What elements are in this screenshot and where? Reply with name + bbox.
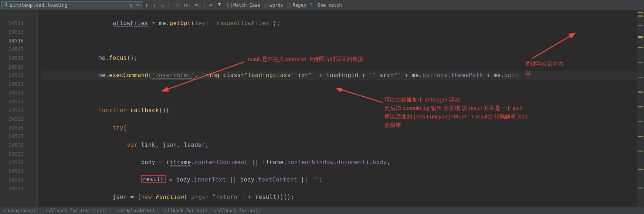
code-line: me.execCommand('inserthtml', '<img class… [41,71,644,80]
line-number: 24529 [0,150,24,159]
code-line: allowFiles = me.getOpt(key: 'imageAllowF… [41,19,644,28]
search-history-icon[interactable]: ↻ [128,2,133,8]
keyword: new [141,194,152,200]
words-checkbox[interactable]: Words [264,3,283,8]
match-count: One match [318,3,342,8]
select-all-occurrences-button[interactable]: ⊓⊓ [182,1,191,8]
separator [204,2,205,8]
separator [168,2,169,8]
code-line: result = body.innerText || body.textCont… [41,176,644,184]
string: "return " [209,194,244,200]
code-line: body = (iframe.contentDocument || iframe… [41,158,644,167]
search-icon [3,2,8,8]
toggle-selection-button[interactable]: ⊠⊓ [193,1,203,8]
clear-search-icon[interactable]: ✕ [135,2,140,8]
line-number: 24518 [0,54,24,63]
breadcrumb-item[interactable]: callback for register() [46,208,107,213]
code-area[interactable]: allowFiles = me.getOpt(key: 'imageAllowF… [38,10,644,207]
line-number: 24524 [0,106,24,115]
svg-line-1 [6,5,7,6]
search-input[interactable] [10,2,127,8]
line-number: 24526 [0,124,24,132]
code-line: me.focus(); [41,54,644,63]
search-field-wrapper: ↻ ✕ [1,1,142,9]
breadcrumb-item[interactable]: callback for on() [215,208,260,213]
text: link, json, loader, [138,142,209,148]
line-number: 24522 [0,89,24,97]
text: result [143,176,164,183]
breadcrumb-item[interactable]: initUploadBtn() [115,208,155,213]
keyword: try [113,124,123,131]
hint: args: [191,194,209,200]
code-line: function callback(){ [41,106,644,115]
next-match-button[interactable]: ↓ [152,1,158,8]
svg-point-0 [4,3,7,5]
editor-minimap[interactable] [637,10,644,207]
string: 'inserthtml' [152,72,195,79]
breadcrumb-item[interactable]: <anonymous>() [4,208,38,213]
breadcrumb-item[interactable]: callback for on() [162,208,207,213]
highlighted-result: result [141,175,166,183]
line-number: 24515 [0,28,24,37]
help-icon[interactable]: ? [310,2,313,8]
match-case-checkbox[interactable]: Match Case [227,3,260,8]
keyword: function [98,107,127,114]
line-number: 24531 [0,167,24,176]
line-number: 24533 [0,184,24,193]
fold-gutter [30,10,38,207]
find-toolbar: ↻ ✕ ↑ ↓ ☐ ⁺⊓ ⊓⊓ ⊠⊓ ⇥ Match Case Words Re… [0,0,644,10]
text: + result))(); [244,194,294,200]
line-number: 24525 [0,115,24,124]
breadcrumb[interactable]: <anonymous>()〉callback for register()〉in… [0,207,644,214]
add-selection-button[interactable]: ⁺⊓ [171,1,180,8]
editor: 24514 24515 24516 24517 24518 24519 2452… [0,10,644,207]
line-number: 24516 [0,37,24,45]
code-line [41,37,644,45]
line-number: 24517 [0,45,24,54]
select-all-button[interactable]: ☐ [160,1,166,8]
keyword: var [127,142,138,148]
line-number: 24519 [0,63,24,72]
code-line: json = (new Function( args: "return " + … [41,193,644,202]
line-number: 24520 [0,71,24,80]
line-number [0,193,24,202]
line-number [0,10,24,19]
line-number: 24530 [0,158,24,167]
regex-checkbox[interactable]: Regex [287,3,306,8]
line-number: 24527 [0,132,24,141]
prev-match-button[interactable]: ↑ [143,1,150,8]
code-line [41,89,644,97]
line-number-gutter: 24514 24515 24516 24517 24518 24519 2452… [0,10,30,207]
line-number: 24514 [0,19,24,28]
line-number: 24523 [0,97,24,106]
line-number: 24521 [0,80,24,89]
line-number: 24532 [0,176,24,184]
fn: Function [152,194,184,200]
line-number: 24528 [0,141,24,150]
filter-button[interactable] [215,1,224,9]
punct: { [123,124,127,131]
fn-name: callback [127,107,159,114]
export-button[interactable]: ⇥ [207,1,214,8]
code-line: try{ [41,124,644,132]
punct: (){ [159,107,170,114]
code-line: var link, json, loader, [41,141,644,150]
